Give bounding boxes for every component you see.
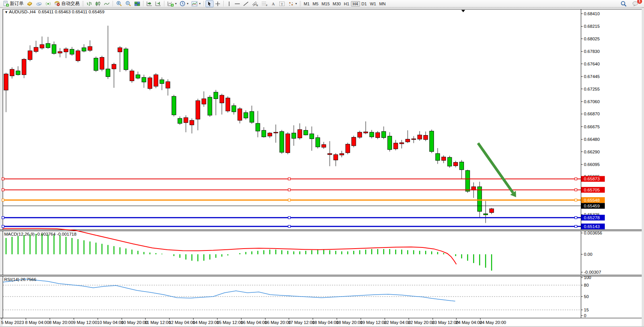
bull-candle: [256, 123, 260, 131]
new-order-icon: [3, 1, 9, 6]
bear-candle: [112, 64, 116, 69]
text-label-tool-button[interactable]: T: [277, 0, 287, 7]
support-line-2-handle-right[interactable]: [575, 225, 577, 228]
support-line-1-handle-right[interactable]: [575, 217, 577, 219]
resistance-line-1-handle-left[interactable]: [2, 178, 4, 180]
chart-background: [0, 8, 644, 327]
timeframe-button-m15[interactable]: M15: [320, 2, 331, 6]
bear-candle: [88, 46, 92, 50]
bull-candle: [172, 96, 176, 115]
bull-candle: [459, 162, 464, 169]
svg-text:0.65548: 0.65548: [584, 198, 600, 203]
support-line-1-handle-center[interactable]: [288, 217, 290, 219]
bear-candle: [238, 109, 242, 120]
fibonacci-tool-button[interactable]: F: [260, 0, 269, 7]
resistance-line-2-handle-right[interactable]: [575, 189, 577, 191]
periods-button[interactable]: ▾: [178, 0, 190, 7]
bull-candle: [478, 187, 482, 211]
resistance-line-2-handle-left[interactable]: [2, 189, 4, 191]
bull-candle: [124, 49, 128, 70]
bear-candle: [418, 135, 422, 139]
bull-candle: [465, 171, 470, 191]
bear-candle: [376, 132, 380, 137]
candle-mode-button[interactable]: [94, 0, 102, 7]
autotrade-button[interactable]: 自动交易: [53, 0, 81, 7]
svg-text:19 May 12:00: 19 May 12:00: [360, 320, 387, 325]
tile-windows-button[interactable]: [133, 0, 142, 7]
bear-candle: [4, 74, 8, 90]
pivot-line-handle-left[interactable]: [2, 199, 4, 201]
resistance-line-1-handle-center[interactable]: [288, 178, 290, 180]
svg-text:0.66480: 0.66480: [584, 137, 600, 142]
resistance-line-1-handle-right[interactable]: [575, 178, 577, 180]
crosshair-tool-button[interactable]: [214, 0, 222, 7]
timeframe-button-m30[interactable]: M30: [331, 2, 342, 6]
bar-chart-mode-button[interactable]: [85, 0, 94, 7]
bear-candle: [190, 120, 194, 125]
toolbar-separator: [223, 1, 224, 6]
bear-candle: [268, 133, 272, 136]
line-mode-icon: [104, 1, 110, 6]
arrows-tool-button[interactable]: ▾: [287, 0, 298, 7]
timeframe-button-m1[interactable]: M1: [302, 2, 311, 6]
toolbar-right-group: 1: [619, 0, 642, 7]
bull-candle: [250, 112, 254, 122]
search-button[interactable]: [619, 0, 628, 7]
bear-candle: [166, 82, 170, 88]
new-order-button[interactable]: 新订单: [2, 0, 25, 7]
pivot-line-handle-right[interactable]: [575, 199, 577, 201]
svg-text:23 May 12:00: 23 May 12:00: [432, 320, 459, 325]
templates-button[interactable]: ▾: [190, 0, 202, 7]
support-line-2-handle-left[interactable]: [2, 225, 4, 228]
indicators-button[interactable]: ▾: [166, 0, 178, 7]
toolbar-grip: [82, 1, 84, 6]
timeframe-button-h1[interactable]: H1: [342, 2, 351, 6]
support-line-2-handle-center[interactable]: [288, 225, 290, 228]
svg-text:0.66290: 0.66290: [584, 150, 600, 154]
bull-candle: [106, 69, 110, 77]
zoom-out-button[interactable]: [124, 0, 133, 7]
auto-scroll-button[interactable]: [145, 0, 154, 7]
timeframe-button-d1[interactable]: D1: [360, 2, 368, 6]
chart-area[interactable]: 0.684100.682150.680250.678300.676400.674…: [0, 8, 644, 327]
notifications-button[interactable]: 1: [631, 0, 640, 7]
svg-text:0.65278: 0.65278: [584, 215, 600, 220]
cursor-tool-button[interactable]: [206, 0, 214, 7]
timeframe-toolbar: M1M5M15M30H1H4D1W1MN: [302, 1, 387, 6]
svg-text:T: T: [281, 2, 283, 6]
notification-badge: 1: [637, 0, 642, 4]
horizontal-line-tool-button[interactable]: [233, 0, 242, 7]
deposit-button[interactable]: [25, 0, 34, 7]
svg-text:0.67445: 0.67445: [584, 74, 600, 79]
chart-shift-button[interactable]: [154, 0, 163, 7]
svg-text:5 May 2023: 5 May 2023: [1, 320, 24, 325]
bull-candle: [46, 43, 50, 48]
signal-icon: [45, 1, 51, 6]
trendline-tool-button[interactable]: [242, 0, 250, 7]
cloud-button[interactable]: [34, 0, 44, 7]
timeframe-button-mn[interactable]: MN: [378, 2, 387, 6]
timeframe-button-m5[interactable]: M5: [311, 2, 320, 6]
crosshair-icon: [215, 1, 220, 6]
text-tool-button[interactable]: A: [269, 0, 277, 7]
bear-candle: [411, 139, 416, 140]
support-line-1-handle-left[interactable]: [2, 217, 4, 219]
price-chart-canvas[interactable]: 0.684100.682150.680250.678300.676400.674…: [0, 8, 644, 327]
bull-candle: [214, 92, 218, 99]
toolbar-separator: [143, 1, 143, 6]
toolbar-separator: [113, 1, 113, 6]
vertical-line-tool-button[interactable]: [225, 0, 233, 7]
zoom-in-button[interactable]: [115, 0, 124, 7]
svg-text:16 May 04:00: 16 May 04:00: [241, 320, 267, 325]
pivot-line-handle-center[interactable]: [288, 199, 290, 201]
bull-candle: [82, 48, 86, 51]
toolbar-grip: [300, 1, 301, 6]
arrows-icon: [288, 1, 294, 6]
channel-tool-button[interactable]: E: [250, 0, 260, 7]
bear-candle: [442, 157, 446, 160]
timeframe-button-h4[interactable]: H4: [351, 1, 360, 6]
signal-button[interactable]: [44, 0, 53, 7]
resistance-line-2-handle-center[interactable]: [288, 189, 290, 191]
timeframe-button-w1[interactable]: W1: [368, 2, 378, 6]
line-mode-button[interactable]: [102, 0, 111, 7]
